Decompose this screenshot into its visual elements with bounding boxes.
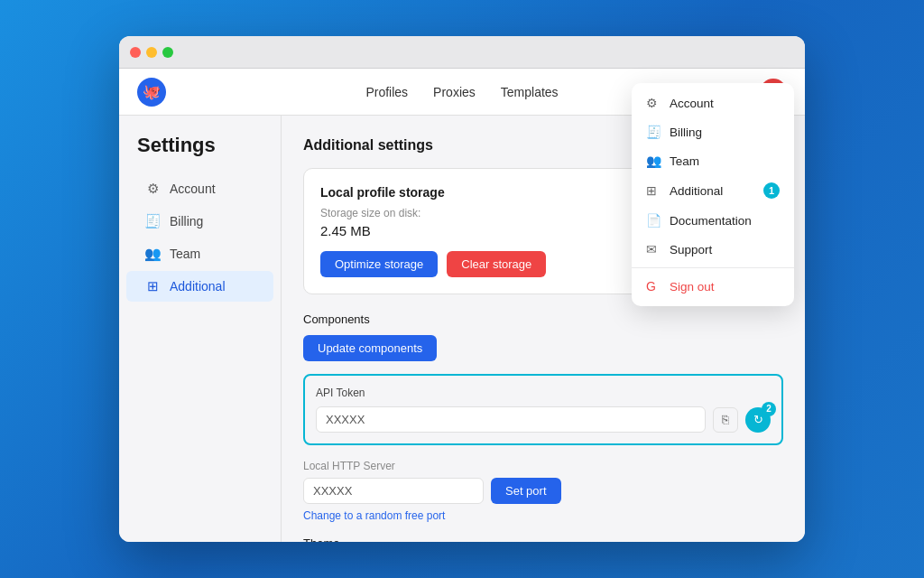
- http-server-input[interactable]: [303, 478, 484, 504]
- components-label: Components: [303, 312, 783, 326]
- set-port-button[interactable]: Set port: [491, 478, 561, 504]
- sidebar-item-billing[interactable]: 🧾 Billing: [126, 206, 273, 237]
- dropdown-support-label: Support: [670, 243, 712, 256]
- http-server-section: Local HTTP Server Set port Change to a r…: [303, 460, 783, 522]
- nav-templates[interactable]: Templates: [501, 85, 559, 99]
- dropdown-additional[interactable]: ⊞ Additional 1: [632, 175, 794, 206]
- additional-icon: ⊞: [144, 278, 161, 294]
- dropdown-team-label: Team: [670, 154, 699, 168]
- sidebar-item-team[interactable]: 👥 Team: [126, 238, 273, 269]
- app-logo[interactable]: 🐙: [137, 78, 166, 107]
- theme-section: Theme Aa System Default Aa: [303, 536, 783, 542]
- nav-profiles[interactable]: Profiles: [365, 85, 408, 99]
- maximize-button[interactable]: [162, 47, 173, 58]
- api-token-input-row: ⎘ ↻ 2: [316, 406, 771, 433]
- dropdown-divider: [632, 267, 794, 268]
- dropdown-team-icon: 👥: [646, 154, 661, 168]
- dropdown-billing-label: Billing: [670, 126, 702, 139]
- refresh-token-button[interactable]: ↻ 2: [745, 407, 771, 433]
- copy-icon[interactable]: ⎘: [713, 407, 738, 433]
- dropdown-support-icon: ✉: [646, 242, 661, 256]
- close-button[interactable]: [130, 47, 141, 58]
- app-window: 🐙 Profiles Proxies Templates 212 days 🔔 …: [119, 36, 805, 542]
- dropdown-billing[interactable]: 🧾 Billing: [632, 117, 794, 146]
- api-token-label: API Token: [316, 387, 771, 399]
- optimize-storage-button[interactable]: Optimize storage: [320, 251, 438, 277]
- api-token-section: API Token ⎘ ↻ 2: [303, 374, 783, 445]
- sidebar-label-team: Team: [170, 247, 200, 261]
- random-port-link[interactable]: Change to a random free port: [303, 509, 783, 522]
- dropdown-sign-out[interactable]: G Sign out: [632, 272, 794, 301]
- minimize-button[interactable]: [146, 47, 157, 58]
- dropdown-documentation-label: Documentation: [670, 214, 752, 228]
- titlebar: [119, 36, 805, 69]
- sidebar-label-account: Account: [170, 182, 216, 196]
- nav-proxies[interactable]: Proxies: [433, 85, 476, 99]
- dropdown-additional-label: Additional: [670, 184, 723, 198]
- sign-out-label: Sign out: [670, 280, 715, 294]
- nav-links: Profiles Proxies Templates: [365, 85, 558, 99]
- http-server-row: Set port: [303, 478, 783, 504]
- dropdown-documentation-icon: 📄: [646, 213, 661, 228]
- dropdown-account[interactable]: ⚙ Account: [632, 89, 794, 117]
- sidebar-label-additional: Additional: [170, 279, 226, 294]
- dropdown-billing-icon: 🧾: [646, 125, 661, 139]
- theme-label: Theme: [303, 536, 783, 542]
- page-title: Settings: [119, 134, 281, 172]
- api-token-input[interactable]: [316, 406, 706, 433]
- sidebar-label-billing: Billing: [170, 214, 203, 228]
- account-icon: ⚙: [144, 181, 161, 197]
- traffic-lights: [130, 47, 173, 58]
- sidebar-item-additional[interactable]: ⊞ Additional: [126, 271, 273, 302]
- dropdown-account-label: Account: [670, 97, 714, 110]
- dropdown-account-icon: ⚙: [646, 96, 661, 110]
- sidebar: Settings ⚙ Account 🧾 Billing 👥 Team ⊞ Ad…: [119, 116, 282, 542]
- billing-icon: 🧾: [144, 213, 161, 229]
- clear-storage-button[interactable]: Clear storage: [447, 251, 546, 277]
- dropdown-additional-icon: ⊞: [646, 183, 661, 198]
- update-components-button[interactable]: Update components: [303, 335, 437, 361]
- api-token-badge: 2: [762, 402, 776, 416]
- sidebar-item-account[interactable]: ⚙ Account: [126, 173, 273, 204]
- team-icon: 👥: [144, 246, 161, 262]
- dropdown-additional-badge: 1: [763, 182, 780, 199]
- sign-out-icon: G: [646, 279, 661, 294]
- dropdown-support[interactable]: ✉ Support: [632, 235, 794, 264]
- http-server-label: Local HTTP Server: [303, 460, 783, 472]
- dropdown-documentation[interactable]: 📄 Documentation: [632, 206, 794, 235]
- dropdown-menu: ⚙ Account 🧾 Billing 👥 Team ⊞ Additional …: [632, 83, 794, 306]
- dropdown-team[interactable]: 👥 Team: [632, 146, 794, 175]
